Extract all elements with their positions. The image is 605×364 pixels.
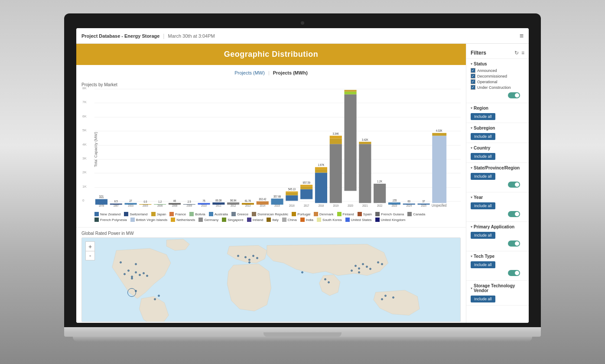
chevron-icon-country: ▾: [471, 146, 472, 150]
section-header-year[interactable]: ▾ Year: [471, 195, 524, 200]
map-dot: [135, 271, 137, 273]
svg-rect-68: [374, 184, 386, 203]
map-section: Global Rated Power in MW: [76, 228, 466, 323]
checkbox-decommissioned[interactable]: ✓: [471, 74, 475, 78]
include-all-year[interactable]: Include all: [471, 202, 495, 209]
legend-item: British Virgin Islands: [130, 218, 167, 222]
tab-projects-mwh[interactable]: Projects (MWh): [270, 68, 311, 77]
legend-item: Portugal: [292, 212, 310, 216]
svg-rect-64: [359, 144, 371, 203]
svg-text:2006: 2006: [157, 204, 163, 208]
legend-color: [375, 212, 380, 216]
svg-text:96.94: 96.94: [230, 198, 236, 202]
section-header-country[interactable]: ▾ Country: [471, 146, 524, 150]
toggle-primary-app[interactable]: [508, 240, 520, 247]
map-dot: [351, 270, 353, 272]
legend-item: India: [300, 218, 313, 222]
section-header-primary-app[interactable]: ▾ Primary Application: [471, 224, 524, 229]
tab-projects-mw[interactable]: Projects (MW): [231, 68, 268, 77]
section-header-state[interactable]: ▾ State/Province/Region: [471, 166, 524, 170]
chevron-icon-state: ▾: [471, 166, 472, 170]
map-dot: [381, 298, 383, 300]
legend-item: Japan: [151, 212, 166, 216]
checkbox-announced[interactable]: ✓: [471, 68, 475, 73]
legend-label: United Kingdom: [381, 218, 406, 222]
include-all-subregion[interactable]: Include all: [471, 133, 495, 140]
legend-color: [94, 212, 99, 216]
chevron-icon-vendor: ▾: [471, 286, 472, 290]
map-zoom-in[interactable]: +: [85, 241, 95, 251]
sidebar-menu-icon[interactable]: ≡: [521, 50, 524, 56]
legend-item: Ireland: [247, 218, 263, 222]
legend-color: [292, 212, 296, 216]
header-menu-icon[interactable]: ≡: [520, 32, 524, 40]
legend-label: Netherlands: [176, 218, 195, 222]
sidebar-icons: ↻ ≡: [514, 50, 524, 56]
map-dot: [324, 278, 326, 280]
svg-text:2016: 2016: [289, 204, 295, 208]
laptop-camera: [301, 21, 304, 25]
svg-text:2005: 2005: [143, 204, 148, 208]
toggle-row-tech-type: [471, 268, 524, 278]
legend-label: China: [288, 218, 297, 222]
map-dot: [355, 265, 357, 267]
legend-label: French Guiana: [381, 212, 404, 216]
include-all-tech-type[interactable]: Include all: [471, 261, 495, 268]
toggle-year[interactable]: [508, 211, 520, 217]
filter-section-year: ▾ Year Include all: [466, 192, 529, 222]
legend-color: [198, 218, 203, 222]
toggle-state[interactable]: [508, 182, 520, 188]
svg-text:957.59: 957.59: [303, 181, 310, 184]
filter-section-country: ▾ Country Include all: [466, 143, 529, 163]
map-dot: [248, 261, 250, 263]
map-zoom-out[interactable]: -: [85, 251, 95, 260]
filter-option-decommissioned: ✓ Decommissioned: [471, 74, 524, 78]
svg-text:8.5: 8.5: [114, 199, 118, 203]
svg-rect-40: [286, 192, 298, 195]
checkbox-operational[interactable]: ✓: [471, 79, 475, 84]
include-all-vendor[interactable]: Include all: [471, 296, 495, 302]
include-all-region[interactable]: Include all: [471, 113, 495, 120]
legend-item: Italy: [267, 218, 279, 222]
bar-chart-inner: 8K 7K 6K 5K 4K 3K 2K 1K: [94, 89, 461, 210]
svg-rect-51: [315, 167, 327, 169]
section-header-vendor[interactable]: ▾ Storage Technology Vendor: [471, 283, 524, 293]
checkbox-under-construction[interactable]: ✓: [471, 85, 475, 90]
legend-label: Italy: [272, 218, 279, 222]
section-title-country: Country: [474, 146, 490, 150]
legend-label: India: [306, 218, 313, 222]
toggle-status[interactable]: [508, 92, 520, 98]
svg-text:75: 75: [202, 199, 205, 202]
map-dot: [237, 255, 239, 257]
label-announced: Announced: [477, 68, 497, 73]
svg-text:.155: .155: [392, 198, 397, 202]
label-operational: Operational: [477, 80, 498, 84]
svg-text:2025: 2025: [421, 204, 426, 208]
svg-rect-56: [330, 136, 342, 138]
include-all-primary-app[interactable]: Include all: [471, 232, 495, 239]
section-header-status[interactable]: ▾ Status: [471, 62, 524, 66]
legend-item: Bolivia: [189, 212, 205, 216]
map-dot: [154, 298, 156, 300]
y-label-2k: 2K: [82, 170, 87, 174]
toggle-tech-type[interactable]: [508, 270, 520, 276]
legend-label: New Zealand: [100, 212, 120, 216]
section-header-subregion[interactable]: ▾ Subregion: [471, 126, 524, 130]
legend-color: [375, 218, 380, 222]
refresh-icon[interactable]: ↻: [514, 50, 519, 56]
include-all-country[interactable]: Include all: [471, 153, 495, 160]
section-header-tech-type[interactable]: ▾ Tech Type: [471, 254, 524, 259]
svg-text:2024: 2024: [406, 204, 412, 208]
svg-text:46: 46: [173, 199, 176, 202]
include-all-state[interactable]: Include all: [471, 173, 495, 180]
section-header-region[interactable]: ▾ Region: [471, 106, 524, 110]
map-dots-layer: [82, 238, 460, 322]
legend-label: Denmark: [319, 212, 333, 216]
chevron-icon-region: ▾: [471, 106, 472, 110]
chevron-icon-year: ▾: [471, 195, 472, 199]
svg-text:2009: 2009: [186, 204, 192, 208]
legend-color: [171, 218, 175, 222]
legend-label: Spain: [363, 212, 372, 216]
legend-label: Germany: [204, 218, 218, 222]
section-title-primary-app: Primary Application: [474, 224, 514, 229]
